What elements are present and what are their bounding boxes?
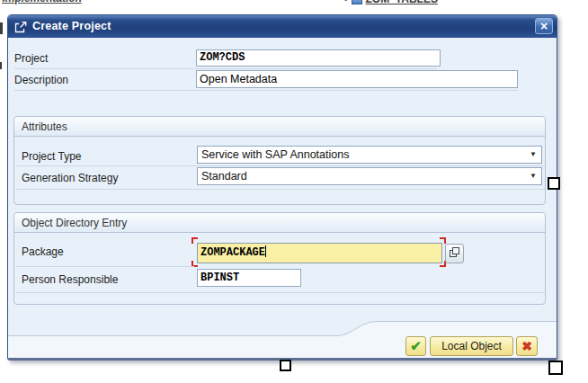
- check-icon: ✔: [410, 338, 422, 354]
- cancel-x-icon: ✖: [521, 339, 532, 353]
- generation-strategy-value: Standard: [201, 170, 247, 183]
- generation-strategy-select[interactable]: Standard ▼: [197, 167, 542, 185]
- row-separator: [16, 266, 194, 267]
- resize-handle-bottom[interactable]: [280, 360, 291, 371]
- package-label: Package: [22, 245, 64, 258]
- background-fragment: [0, 62, 2, 69]
- attributes-group: Attributes Project Type Service with SAP…: [13, 116, 546, 205]
- row-separator: [14, 68, 437, 69]
- row-separator: [16, 165, 545, 166]
- project-label: Project: [14, 52, 48, 65]
- row-separator: [16, 292, 545, 293]
- focus-bracket: [192, 237, 198, 244]
- project-input[interactable]: ZOM?CDS: [196, 49, 441, 67]
- resize-handle-right[interactable]: [548, 177, 560, 190]
- row-separator: [16, 189, 545, 190]
- description-input[interactable]: Open Metadata: [196, 70, 518, 88]
- background-text-label: Implementation: [2, 0, 101, 4]
- description-label: Description: [14, 74, 68, 86]
- object-directory-group: Object Directory Entry Package ZOMPACKAG…: [13, 212, 546, 305]
- row-separator: [14, 90, 518, 91]
- text-cursor: [265, 245, 266, 257]
- local-object-button[interactable]: Local Object: [430, 336, 513, 356]
- package-input[interactable]: ZOMPACKAGE: [197, 243, 442, 263]
- cancel-button[interactable]: ✖: [516, 336, 538, 356]
- close-button[interactable]: ×: [535, 18, 553, 34]
- resize-handle-corner[interactable]: [548, 361, 563, 375]
- attributes-group-title: Attributes: [14, 117, 545, 137]
- focus-bracket: [440, 237, 446, 244]
- dialog-titlebar[interactable]: Create Project ×: [8, 15, 557, 38]
- value-help-icon: [449, 245, 460, 262]
- person-responsible-label: Person Responsible: [22, 273, 118, 286]
- table-icon: [352, 0, 362, 4]
- background-fragment: [0, 22, 3, 34]
- value-help-button[interactable]: [445, 244, 464, 263]
- project-type-select[interactable]: Service with SAP Annotations ▼: [197, 146, 542, 164]
- project-type-value: Service with SAP Annotations: [201, 148, 349, 161]
- generation-strategy-label: Generation Strategy: [22, 172, 118, 184]
- bullet-icon: •: [344, 0, 348, 4]
- chevron-down-icon: ▼: [530, 168, 537, 184]
- person-responsible-input[interactable]: BPINST: [197, 269, 301, 287]
- tree-item-label: ZOM_TABLES: [366, 0, 438, 5]
- object-directory-group-title: Object Directory Entry: [14, 213, 545, 233]
- chevron-down-icon: ▼: [530, 147, 537, 163]
- background-tree-item[interactable]: • ZOM_TABLES: [344, 0, 533, 6]
- create-dialog-icon: [14, 21, 27, 32]
- ok-button[interactable]: ✔: [405, 336, 426, 356]
- close-icon: ×: [540, 19, 548, 33]
- local-object-label: Local Object: [441, 340, 502, 352]
- dialog-title: Create Project: [32, 15, 111, 38]
- package-value: ZOMPACKAGE: [200, 246, 265, 259]
- project-type-label: Project Type: [22, 150, 81, 163]
- screen: Implementation • ZOM_TABLES Create Proje…: [0, 0, 588, 383]
- create-project-dialog: Create Project × Project ZOM?CDS Descrip…: [7, 14, 557, 361]
- background-text-implementation: Implementation: [2, 0, 101, 4]
